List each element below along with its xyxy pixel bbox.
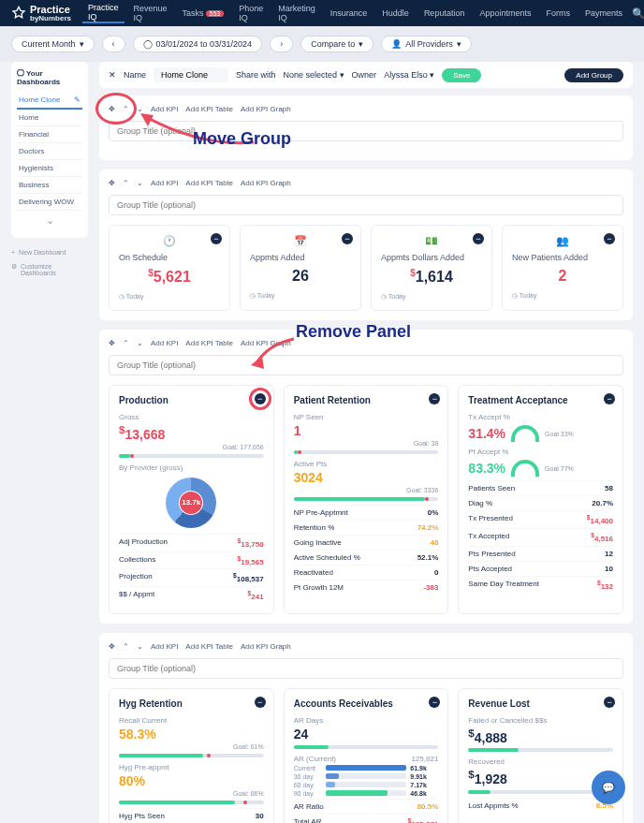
stat-value: $13,750 bbox=[238, 537, 264, 549]
nav-forms[interactable]: Forms bbox=[540, 8, 576, 18]
move-group-up-icon[interactable]: ⌃ bbox=[123, 105, 129, 113]
move-group-handle-icon[interactable]: ✥ bbox=[109, 105, 115, 113]
add-kpi-table-link[interactable]: Add KPI Table bbox=[185, 105, 233, 113]
dashboard-group: ✥ ⌃ ⌄ Add KPI Add KPI Table Add KPI Grap… bbox=[99, 330, 633, 623]
date-range[interactable]: ◯ 03/01/2024 to 03/31/2024 bbox=[133, 36, 263, 52]
stat-value: $125,821 bbox=[408, 817, 439, 823]
panel-title: Production bbox=[119, 395, 264, 405]
stat-value: $4,516 bbox=[591, 532, 613, 543]
stat-label: Tx Accept % bbox=[468, 413, 613, 421]
move-group-down-icon[interactable]: ⌄ bbox=[137, 179, 143, 187]
remove-panel-button[interactable]: − bbox=[429, 393, 440, 404]
providers-select[interactable]: 👤 All Providers ▾ bbox=[381, 36, 472, 52]
compare-select[interactable]: Compare to ▾ bbox=[300, 36, 373, 52]
add-kpi-graph-link[interactable]: Add KPI Graph bbox=[241, 179, 291, 187]
nav-insurance[interactable]: Insurance bbox=[325, 8, 373, 18]
treatment-panel: − Treatment Acceptance Tx Accept % 31.4%… bbox=[458, 385, 623, 613]
remove-panel-button[interactable]: − bbox=[211, 233, 222, 244]
stat-label: AR Days bbox=[294, 716, 439, 725]
move-group-up-icon[interactable]: ⌃ bbox=[123, 339, 129, 347]
add-kpi-link[interactable]: Add KPI bbox=[151, 179, 178, 187]
chat-bubble-icon[interactable]: 💬 bbox=[592, 771, 625, 804]
remove-panel-button[interactable]: − bbox=[604, 697, 615, 708]
remove-panel-button[interactable]: − bbox=[604, 393, 615, 404]
save-button[interactable]: Save bbox=[442, 68, 481, 82]
stat-value: $19,565 bbox=[238, 555, 264, 566]
nav-payments[interactable]: Payments bbox=[579, 8, 628, 18]
move-group-handle-icon[interactable]: ✥ bbox=[109, 339, 115, 347]
sidebar-item-doctors[interactable]: Doctors bbox=[17, 143, 82, 160]
stat-label: 90 day bbox=[294, 790, 322, 797]
nav-huddle[interactable]: Huddle bbox=[376, 8, 415, 18]
move-group-handle-icon[interactable]: ✥ bbox=[109, 179, 115, 187]
move-group-up-icon[interactable]: ⌃ bbox=[123, 179, 129, 187]
move-group-down-icon[interactable]: ⌄ bbox=[137, 339, 143, 347]
add-kpi-link[interactable]: Add KPI bbox=[151, 642, 178, 651]
sidebar-item-hygienists[interactable]: Hygienists bbox=[17, 160, 82, 177]
search-icon[interactable]: 🔍 bbox=[632, 7, 644, 20]
remove-panel-button[interactable]: − bbox=[429, 697, 440, 708]
kpi-value: $5,621 bbox=[119, 268, 220, 286]
nav-phone-iq[interactable]: Phone IQ bbox=[233, 4, 269, 22]
add-kpi-table-link[interactable]: Add KPI Table bbox=[185, 339, 233, 347]
group-title-input[interactable] bbox=[109, 195, 623, 215]
nav-reputation[interactable]: Reputation bbox=[418, 8, 471, 18]
sidebar-item-home[interactable]: Home bbox=[17, 110, 82, 126]
clock-icon: 🕐 bbox=[119, 235, 220, 247]
owner-select[interactable]: Alyssa Elso ▾ bbox=[384, 70, 434, 80]
stat-value: 61.9k bbox=[410, 765, 438, 772]
group-title-input[interactable] bbox=[109, 355, 623, 375]
nav-appointments[interactable]: Appointments bbox=[474, 8, 536, 18]
sidebar: 🖵 Your Dashboards Home Clone ✎ Home Fina… bbox=[11, 62, 88, 823]
date-prev[interactable]: ‹ bbox=[102, 36, 125, 52]
add-group-button[interactable]: Add Group bbox=[564, 68, 623, 82]
nav-tasks[interactable]: Tasks553 bbox=[177, 8, 230, 18]
stat-label: Patients Seen bbox=[468, 484, 515, 492]
dashboard-name-input[interactable] bbox=[154, 67, 228, 82]
kpi-label: On Schedule bbox=[119, 253, 220, 262]
add-kpi-graph-link[interactable]: Add KPI Graph bbox=[241, 642, 291, 651]
remove-panel-button[interactable]: − bbox=[473, 233, 484, 244]
period-select[interactable]: Current Month ▾ bbox=[11, 36, 95, 52]
nav-revenue-iq[interactable]: Revenue IQ bbox=[128, 4, 173, 22]
stat-value: 0 bbox=[434, 568, 438, 577]
share-select[interactable]: None selected ▾ bbox=[284, 70, 344, 80]
stat-value: 74.2% bbox=[417, 523, 439, 532]
kpi-card: − 🕐 On Schedule $5,621 ◷ Today bbox=[109, 225, 230, 311]
stat-value: 83.3% bbox=[468, 461, 505, 476]
group-title-input[interactable] bbox=[109, 121, 623, 141]
sidebar-item-financial[interactable]: Financial bbox=[17, 126, 82, 143]
stat-label: Diag % bbox=[468, 499, 492, 507]
add-kpi-graph-link[interactable]: Add KPI Graph bbox=[241, 339, 291, 347]
move-group-down-icon[interactable]: ⌄ bbox=[137, 105, 143, 113]
nav-marketing-iq[interactable]: Marketing IQ bbox=[272, 4, 321, 22]
move-group-up-icon[interactable]: ⌃ bbox=[123, 642, 129, 651]
hyg-retention-panel: − Hyg Retention Recall Current 58.3% Goa… bbox=[109, 688, 274, 823]
add-kpi-graph-link[interactable]: Add KPI Graph bbox=[241, 105, 291, 113]
move-group-down-icon[interactable]: ⌄ bbox=[137, 642, 143, 651]
add-kpi-link[interactable]: Add KPI bbox=[151, 339, 178, 347]
remove-panel-button[interactable]: − bbox=[255, 393, 266, 404]
sidebar-item-home-clone[interactable]: Home Clone ✎ bbox=[17, 92, 82, 110]
calendar-icon: 📅 bbox=[250, 235, 351, 247]
remove-panel-button[interactable]: − bbox=[255, 697, 266, 708]
new-dashboard-link[interactable]: + New Dashboard bbox=[11, 245, 88, 259]
sidebar-item-business[interactable]: Business bbox=[17, 177, 82, 194]
date-next[interactable]: › bbox=[270, 36, 293, 52]
add-kpi-table-link[interactable]: Add KPI Table bbox=[185, 179, 233, 187]
remove-panel-button[interactable]: − bbox=[342, 233, 353, 244]
move-group-handle-icon[interactable]: ✥ bbox=[109, 642, 115, 651]
group-title-input[interactable] bbox=[109, 658, 623, 679]
remove-panel-button[interactable]: − bbox=[604, 233, 615, 244]
add-kpi-link[interactable]: Add KPI bbox=[151, 105, 178, 113]
sidebar-item-delivering-wow[interactable]: Delivering WOW bbox=[17, 194, 82, 211]
stat-value: 20.7% bbox=[592, 499, 613, 507]
customize-dashboards-link[interactable]: ⚙ Customize Dashboards bbox=[11, 259, 88, 280]
logo[interactable]: PracticebyNumbers bbox=[11, 4, 71, 22]
stat-label: Collections bbox=[119, 555, 155, 566]
add-kpi-table-link[interactable]: Add KPI Table bbox=[185, 642, 233, 651]
close-editor-icon[interactable]: ✕ bbox=[109, 70, 116, 80]
sidebar-expand-icon[interactable]: ⌄ bbox=[17, 211, 82, 230]
nav-practice-iq[interactable]: Practice IQ bbox=[82, 3, 124, 23]
stat-label: Pts Accepted bbox=[468, 565, 512, 573]
